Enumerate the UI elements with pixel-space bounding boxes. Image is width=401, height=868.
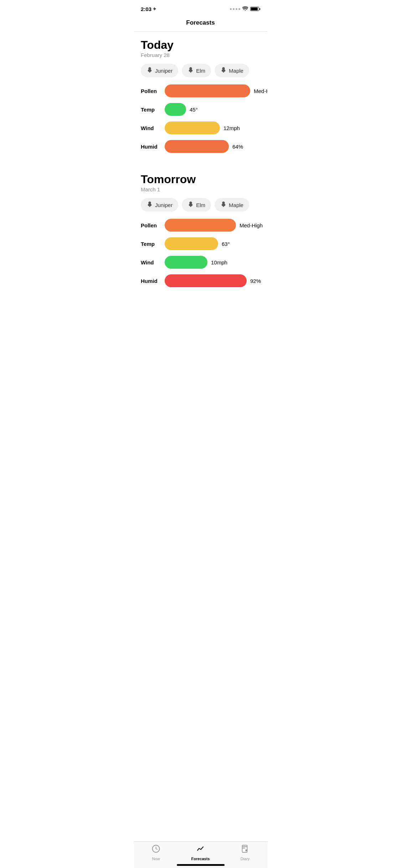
- today-wind-label: Wind: [141, 125, 160, 131]
- today-section-header: Today February 28: [141, 39, 260, 58]
- today-wind-row: Wind 12mph: [141, 122, 260, 134]
- today-tag-juniper-label: Juniper: [155, 68, 173, 74]
- tomorrow-pollen-row: Pollen Med-High: [141, 219, 260, 232]
- status-bar: 2:03 ✈: [134, 0, 267, 16]
- tree-icon-juniper: [146, 67, 153, 74]
- today-tag-maple-label: Maple: [229, 68, 243, 74]
- tomorrow-temp-label: Temp: [141, 241, 160, 247]
- today-temp-bar-container: 45°: [165, 103, 260, 116]
- tomorrow-tag-elm-label: Elm: [196, 202, 205, 208]
- tomorrow-tag-maple-label: Maple: [229, 202, 243, 208]
- tomorrow-day-label: Tomorrow: [141, 173, 260, 186]
- today-tree-elm[interactable]: Elm: [182, 64, 211, 77]
- today-humid-bar-container: 64%: [165, 140, 260, 153]
- tomorrow-temp-bar-container: 63°: [165, 237, 260, 250]
- tomorrow-tree-juniper[interactable]: Juniper: [141, 198, 178, 212]
- nav-title: Forecasts: [186, 19, 215, 26]
- today-humid-value: 64%: [232, 144, 243, 150]
- today-tree-tags: Juniper Elm Maple: [141, 64, 260, 77]
- today-tree-maple[interactable]: Maple: [215, 64, 249, 77]
- tomorrow-section-header: Tomorrow March 1: [141, 173, 260, 192]
- today-temp-row: Temp 45°: [141, 103, 260, 116]
- today-humid-row: Humid 64%: [141, 140, 260, 153]
- tomorrow-pollen-bar: [165, 219, 236, 232]
- signal-icon: [230, 8, 240, 10]
- today-pollen-bar: [165, 84, 250, 97]
- wifi-icon: [242, 6, 248, 12]
- today-wind-value: 12mph: [223, 125, 240, 131]
- tomorrow-wind-label: Wind: [141, 259, 160, 265]
- today-tag-elm-label: Elm: [196, 68, 205, 74]
- tomorrow-pollen-label: Pollen: [141, 222, 160, 228]
- tomorrow-date-label: March 1: [141, 186, 260, 192]
- today-pollen-value: Med-High: [254, 88, 267, 94]
- tree-icon-tomorrow-elm: [187, 201, 194, 209]
- tomorrow-wind-value: 10mph: [211, 259, 227, 265]
- tree-icon-elm: [187, 67, 194, 74]
- today-pollen-bar-container: Med-High: [165, 84, 267, 97]
- tomorrow-pollen-value: Med-High: [240, 222, 263, 228]
- tomorrow-temp-value: 63°: [222, 241, 230, 247]
- today-date-label: February 28: [141, 52, 260, 58]
- today-tree-juniper[interactable]: Juniper: [141, 64, 178, 77]
- status-icons: [230, 6, 260, 12]
- tomorrow-wind-bar: [165, 256, 207, 269]
- tree-icon-maple: [220, 67, 227, 74]
- tomorrow-humid-row: Humid 92%: [141, 274, 260, 287]
- today-metrics: Pollen Med-High Temp 45° Wind 12mph Humi…: [141, 84, 260, 153]
- today-pollen-row: Pollen Med-High: [141, 84, 260, 97]
- tree-icon-tomorrow-juniper: [146, 201, 153, 209]
- tomorrow-metrics: Pollen Med-High Temp 63° Wind 10mph Humi…: [141, 219, 260, 287]
- tree-icon-tomorrow-maple: [220, 201, 227, 209]
- tomorrow-pollen-bar-container: Med-High: [165, 219, 263, 232]
- tomorrow-humid-value: 92%: [250, 278, 261, 284]
- today-temp-value: 45°: [190, 107, 198, 113]
- location-icon: ✈: [153, 7, 156, 11]
- today-temp-bar: [165, 103, 186, 116]
- tomorrow-tree-maple[interactable]: Maple: [215, 198, 249, 212]
- tomorrow-tag-juniper-label: Juniper: [155, 202, 173, 208]
- tomorrow-tree-tags: Juniper Elm Maple: [141, 198, 260, 212]
- today-humid-label: Humid: [141, 144, 160, 150]
- today-day-label: Today: [141, 39, 260, 51]
- tomorrow-humid-bar-container: 92%: [165, 274, 261, 287]
- battery-icon: [250, 7, 260, 11]
- status-time: 2:03 ✈: [141, 6, 156, 12]
- tomorrow-temp-bar: [165, 237, 218, 250]
- main-content: Today February 28 Juniper Elm Maple Poll…: [134, 32, 267, 334]
- tomorrow-tree-elm[interactable]: Elm: [182, 198, 211, 212]
- tomorrow-wind-bar-container: 10mph: [165, 256, 260, 269]
- tomorrow-humid-label: Humid: [141, 278, 160, 284]
- today-temp-label: Temp: [141, 107, 160, 113]
- today-pollen-label: Pollen: [141, 88, 160, 94]
- section-divider: [141, 164, 260, 165]
- time-label: 2:03: [141, 6, 151, 12]
- today-wind-bar-container: 12mph: [165, 122, 260, 134]
- today-wind-bar: [165, 122, 220, 134]
- today-humid-bar: [165, 140, 229, 153]
- tomorrow-temp-row: Temp 63°: [141, 237, 260, 250]
- nav-header: Forecasts: [134, 16, 267, 32]
- tomorrow-wind-row: Wind 10mph: [141, 256, 260, 269]
- tomorrow-humid-bar: [165, 274, 247, 287]
